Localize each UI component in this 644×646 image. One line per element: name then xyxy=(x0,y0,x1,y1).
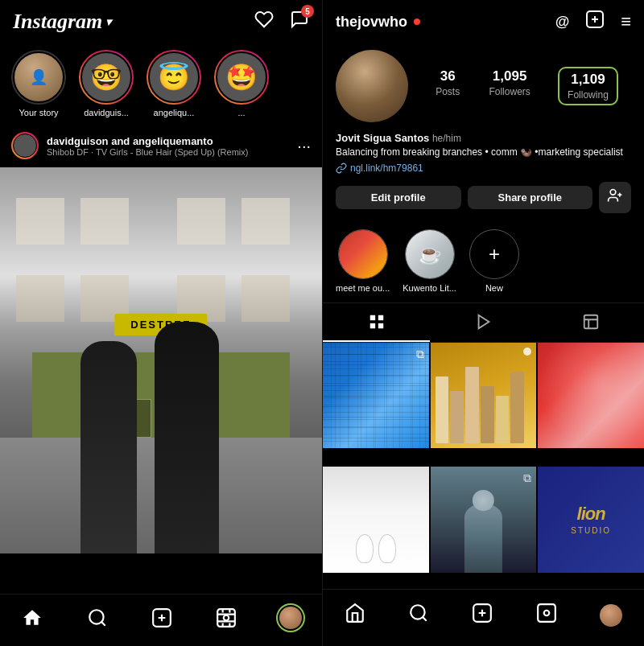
logo-cell: lion studio xyxy=(538,467,644,573)
threads-icon[interactable]: @ xyxy=(555,14,570,31)
svg-rect-16 xyxy=(538,604,555,622)
stat-followers[interactable]: 1,095 Followers xyxy=(489,68,530,104)
add-post-icon[interactable] xyxy=(585,10,605,34)
svg-point-14 xyxy=(411,605,424,619)
followers-count: 1,095 xyxy=(493,68,527,84)
profile-link[interactable]: ngl.link/hm79861 xyxy=(323,163,644,182)
stat-posts[interactable]: 36 Posts xyxy=(436,68,460,104)
story-item-2[interactable]: 😇 angeliqu... xyxy=(145,50,203,117)
highlight-circle-add: + xyxy=(469,229,519,279)
left-bottom-nav xyxy=(0,594,322,646)
tabs-row xyxy=(323,302,644,343)
highlight-kuwento[interactable]: ☕ Kuwento Lit... xyxy=(402,229,456,293)
photo-grid: ⧉ xyxy=(323,343,644,589)
profile-name: Jovit Sigua Santos he/him xyxy=(323,132,644,146)
nav-add[interactable] xyxy=(148,604,175,632)
right-profile-avatar-nav xyxy=(600,604,622,627)
grid-cell-5[interactable]: ⧉ xyxy=(431,467,537,573)
username-row: thejovwho xyxy=(336,14,420,31)
svg-rect-9 xyxy=(378,315,382,320)
story-item-1[interactable]: 🤓 davidguis... xyxy=(77,50,135,117)
stat-following[interactable]: 1,109 Following xyxy=(559,68,617,104)
stories-container: 👤 Your story 🤓 davidguis... 😇 angeliqu..… xyxy=(0,43,322,124)
svg-point-3 xyxy=(224,615,229,621)
post-avatar[interactable] xyxy=(11,132,39,159)
add-person-button[interactable] xyxy=(599,182,631,213)
right-panel: thejovwho @ ≡ 36 Posts 1,095 Followers xyxy=(322,0,644,646)
right-header-icons: @ ≡ xyxy=(555,10,631,34)
highlight-new[interactable]: + New xyxy=(469,229,519,293)
highlight-circle-2: ☕ xyxy=(405,229,455,279)
profile-info-row: 36 Posts 1,095 Followers 1,109 Following xyxy=(323,43,644,132)
grid-cell-3[interactable] xyxy=(538,343,644,449)
tab-grid[interactable] xyxy=(323,303,430,342)
multi-photo-icon: ⧉ xyxy=(416,348,424,361)
grid-cell-1[interactable]: ⧉ xyxy=(323,343,429,449)
online-indicator xyxy=(414,19,420,25)
post-subtitle: Shibob DF · TV Girls - Blue Hair (Sped U… xyxy=(47,147,289,157)
stats-row: 36 Posts 1,095 Followers 1,109 Following xyxy=(421,68,631,104)
tab-reels[interactable] xyxy=(430,303,537,342)
tab-tagged[interactable] xyxy=(537,303,644,342)
profile-pronouns: he/him xyxy=(432,133,461,144)
story-item-3[interactable]: 🤩 ... xyxy=(213,50,270,117)
right-nav-home[interactable] xyxy=(341,599,369,632)
highlights-row: meet me ou... ☕ Kuwento Lit... + New xyxy=(323,223,644,302)
highlight-label-2: Kuwento Lit... xyxy=(402,283,456,293)
story-label: angeliqu... xyxy=(154,108,195,117)
posts-label: Posts xyxy=(436,86,460,97)
svg-rect-13 xyxy=(584,315,597,329)
heart-icon[interactable] xyxy=(254,10,274,34)
nav-profile[interactable] xyxy=(278,605,303,631)
profile-avatar-nav xyxy=(279,607,302,629)
post-header: davidguison and angeliquemanto Shibob DF… xyxy=(0,124,322,167)
story-label: ... xyxy=(237,108,245,117)
svg-marker-12 xyxy=(478,315,489,329)
svg-rect-8 xyxy=(369,315,374,320)
action-buttons: Edit profile Share profile xyxy=(323,182,644,223)
grid-cell-4[interactable] xyxy=(323,467,429,573)
menu-icon[interactable]: ≡ xyxy=(621,11,631,32)
svg-point-17 xyxy=(544,611,550,616)
highlight-label-1: meet me ou... xyxy=(336,283,390,293)
svg-point-5 xyxy=(610,189,616,195)
story-label: davidguis... xyxy=(84,108,129,117)
share-profile-button[interactable]: Share profile xyxy=(468,186,593,209)
profile-bio: Balancing from breaking branches • comm … xyxy=(323,146,644,163)
svg-rect-2 xyxy=(218,609,236,627)
edit-profile-button[interactable]: Edit profile xyxy=(336,186,461,209)
followers-label: Followers xyxy=(489,86,530,97)
following-count: 1,109 xyxy=(571,72,605,88)
profile-username: thejovwho xyxy=(336,14,407,31)
right-nav-add[interactable] xyxy=(469,599,496,632)
nav-reels[interactable] xyxy=(213,604,240,632)
right-nav-search[interactable] xyxy=(405,599,432,632)
messenger-icon[interactable]: 5 xyxy=(290,10,309,34)
nav-search[interactable] xyxy=(84,604,111,632)
right-nav-profile[interactable] xyxy=(597,601,625,630)
grid-cell-6[interactable]: lion studio xyxy=(538,467,644,573)
grid-cell-2[interactable] xyxy=(431,343,537,449)
dropdown-chevron[interactable]: ▾ xyxy=(105,15,111,29)
header-icons: 5 xyxy=(254,10,309,34)
multi-icon-2: ⧉ xyxy=(523,471,531,485)
post-more-icon[interactable]: ··· xyxy=(297,137,311,155)
svg-point-0 xyxy=(89,610,103,623)
highlight-meet-me[interactable]: meet me ou... xyxy=(336,229,390,293)
profile-avatar-main[interactable] xyxy=(336,50,408,122)
svg-rect-11 xyxy=(378,323,382,328)
highlight-label-new: New xyxy=(485,283,503,293)
posts-count: 36 xyxy=(440,68,456,84)
post-image: DESTREE xyxy=(0,167,322,553)
post-info: davidguison and angeliquemanto Shibob DF… xyxy=(47,135,289,157)
right-nav-reels[interactable] xyxy=(533,599,560,632)
svg-rect-10 xyxy=(369,323,374,328)
notification-badge: 5 xyxy=(301,5,314,18)
instagram-logo[interactable]: Instagram ▾ xyxy=(13,10,111,34)
logo-text: Instagram xyxy=(13,10,102,34)
story-item-your[interactable]: 👤 Your story xyxy=(10,50,68,117)
feed-post: davidguison and angeliquemanto Shibob DF… xyxy=(0,124,322,594)
left-header: Instagram ▾ 5 xyxy=(0,0,322,43)
nav-home[interactable] xyxy=(19,604,46,632)
link-text: ngl.link/hm79861 xyxy=(350,163,423,174)
